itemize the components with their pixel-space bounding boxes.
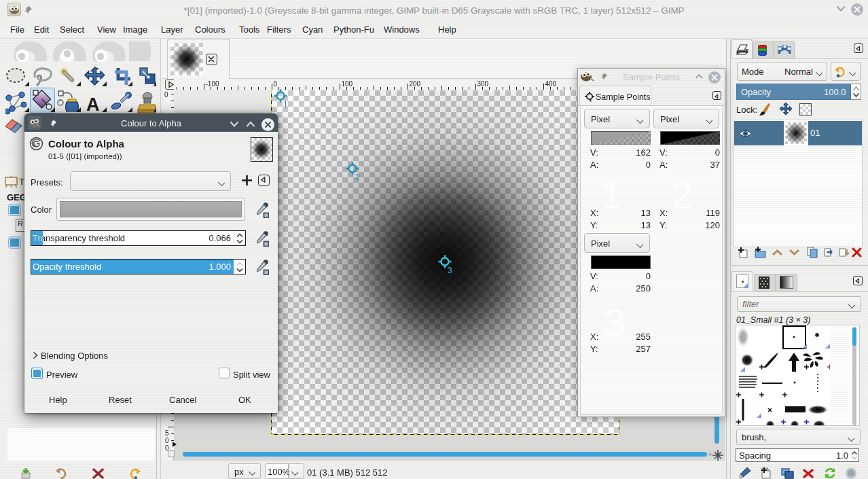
svg-text:A: A: [86, 94, 100, 115]
svg-text:T: T: [19, 177, 24, 187]
